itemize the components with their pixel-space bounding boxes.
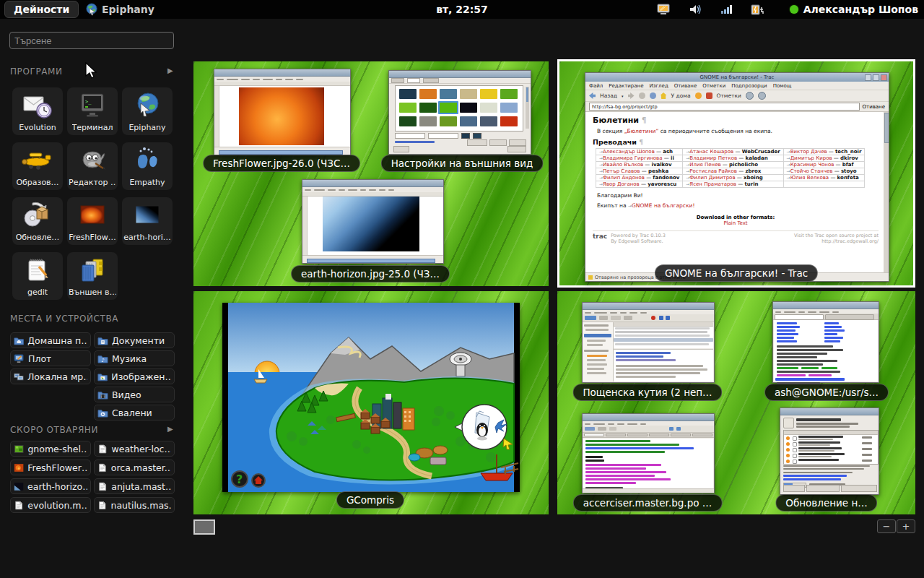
bookmarks-label[interactable]: Отметки [717,92,741,99]
plain-text-link[interactable]: Plain Text [593,220,879,226]
folder-tree-panel[interactable] [583,322,614,381]
app-tile-gedit[interactable]: gedit [12,252,63,300]
app-tile-gimp[interactable]: Редактор … [67,142,118,190]
close-button[interactable] [507,146,526,152]
place-item-videos[interactable]: Видео [94,387,175,402]
translator-link[interactable]: Юлия Велкова [790,175,829,181]
translator-link[interactable]: Петър Славов [603,168,640,174]
browser-urlbar[interactable]: http://fsa-bg.org/project/gtp Отиване [585,102,889,112]
recent-item[interactable]: anjuta.mast… [94,478,175,494]
gimp-earth-window[interactable] [302,179,444,264]
recent-item[interactable]: earth-horizo… [10,478,91,494]
recent-item[interactable]: orca.master.… [94,460,175,475]
back-icon[interactable] [589,92,596,99]
action-buttons[interactable] [467,139,526,146]
window-label-gcompris[interactable]: GCompris [336,491,404,509]
translator-link[interactable]: Красимир Чонов [790,162,834,168]
po-editor-window[interactable] [582,413,715,493]
trac-browser-window[interactable]: GNOME на български! - Trac ФайлРедактира… [585,72,889,282]
go-button[interactable]: Отиване [863,104,885,110]
dialog-buttons[interactable] [783,485,877,492]
recent-item[interactable]: nautilus.mas… [94,497,175,513]
appearance-window[interactable] [388,70,531,155]
forward-icon[interactable] [628,92,635,99]
browser-toolbar[interactable]: Назад▾ У дома Отметки [585,90,889,102]
stop-icon[interactable] [639,92,645,99]
window-label-evolution[interactable]: Пощенска кутия (2 неп… [572,384,722,401]
place-item-network[interactable]: Локална мр… [10,368,91,384]
window-label-updates[interactable]: Обновление н… [775,494,877,512]
intro-link[interactable]: „Бюлетини“ [624,128,659,134]
window-titlebar[interactable]: GNOME на български! - Trac [585,73,889,82]
app-tile-empathy[interactable]: Empathy [122,142,173,190]
place-item-home[interactable]: Домашна п… [10,332,91,348]
selected-wallpaper[interactable] [438,101,458,114]
tabs-row[interactable] [389,78,531,84]
reload-icon[interactable] [650,92,656,99]
translator-link[interactable]: Филип Димитров [689,175,735,181]
translator-link[interactable]: Илия Пенев [689,162,720,168]
translator-link[interactable]: Ростислав Райков [689,168,737,174]
translator-link[interactable]: Владимир Петков [689,155,737,161]
url-input[interactable]: http://fsa-bg.org/project/gtp [589,103,860,111]
tab-bar[interactable] [583,433,714,438]
tab-bar[interactable] [773,314,879,320]
user-menu[interactable]: Александър Шопов [790,0,918,19]
translator-link[interactable]: Ивайло Вълков [603,162,643,168]
translator-link[interactable]: Филип Андонов [603,175,645,181]
app-tile-evolution[interactable]: Evolution [12,87,63,135]
activities-button[interactable]: Дейности [4,1,79,18]
network-signal-icon[interactable] [720,4,733,15]
gimp-freshflower-window[interactable] [214,69,351,155]
recent-expand-icon[interactable]: ▶ [167,425,173,433]
app-tile-epiphany[interactable]: Epiphany [122,87,173,135]
message-list[interactable] [614,322,713,348]
window-label-appearance[interactable]: Настройки на външния вид [381,155,544,172]
app-tile-gcompris[interactable]: Образов… [12,142,63,190]
app-tile-earthhorizon[interactable]: earth-hori… [122,197,173,245]
app-tile-terminal[interactable]: >_ Терминал [67,87,118,135]
wallpaper-grid[interactable] [395,85,523,131]
updates-list[interactable] [783,430,879,465]
zoom-in-icon[interactable] [758,92,766,100]
search-input[interactable] [9,32,174,49]
window-label-gimp-earth[interactable]: earth-horizon.jpg-25.0 (ЧЗ… [291,265,450,282]
app-tile-updates[interactable]: Обновле… [12,197,63,245]
history-icon[interactable] [695,92,702,99]
evolution-window[interactable] [582,302,715,383]
gcompris-window[interactable]: ? [222,303,520,492]
window-buttons[interactable] [865,74,887,81]
home-label[interactable]: У дома [671,92,691,99]
place-item-desktop[interactable]: Плот [10,350,91,366]
window-label-editor[interactable]: accerciser.master.bg.po … [573,494,723,512]
volume-icon[interactable] [689,4,703,15]
scrollbar[interactable] [307,259,435,263]
display-icon[interactable] [657,4,671,15]
window-label-trac[interactable]: GNOME на български! - Trac [655,264,818,282]
app-tile-appearance[interactable]: Външен в… [67,252,118,300]
window-label-terminal[interactable]: ash@GNOME:/usr/s… [764,384,889,401]
place-item-downloads[interactable]: Свалени [94,405,175,420]
app-tile-freshflower[interactable]: FreshFlow… [67,197,118,245]
trac-site-link[interactable]: http://trac.edgewall.org/ [821,238,879,244]
place-item-pictures[interactable]: Изображен… [94,368,175,384]
translator-link[interactable]: Владимира Гиргинова [603,155,663,161]
app-menu-button[interactable]: Epiphany [85,0,154,19]
help-button[interactable] [393,146,409,152]
battery-icon[interactable] [751,4,767,15]
recent-item[interactable]: gnome-shel… [10,441,91,457]
add-workspace-button[interactable]: + [897,519,915,533]
translator-link[interactable]: Александър Шопов [603,149,655,155]
back-label[interactable]: Назад [600,92,617,99]
style-dropdowns[interactable] [395,133,481,139]
bookmark-icon[interactable] [706,92,712,99]
terminal-window[interactable] [772,301,879,383]
update-manager-window[interactable] [780,407,879,495]
window-label-gimp-flower[interactable]: FreshFlower.jpg-26.0 (ЧЗС… [203,155,360,172]
place-item-documents[interactable]: Документи [94,332,175,348]
scrollbar[interactable] [884,112,889,272]
recent-item[interactable]: evolution.m… [10,497,91,513]
translator-link[interactable]: Атанас Кошаров [689,149,733,155]
browser-menubar[interactable]: ФайлРедактиранеИзглед ОтиванеОтметкиПодп… [585,82,889,90]
programs-expand-icon[interactable]: ▶ [167,66,173,74]
